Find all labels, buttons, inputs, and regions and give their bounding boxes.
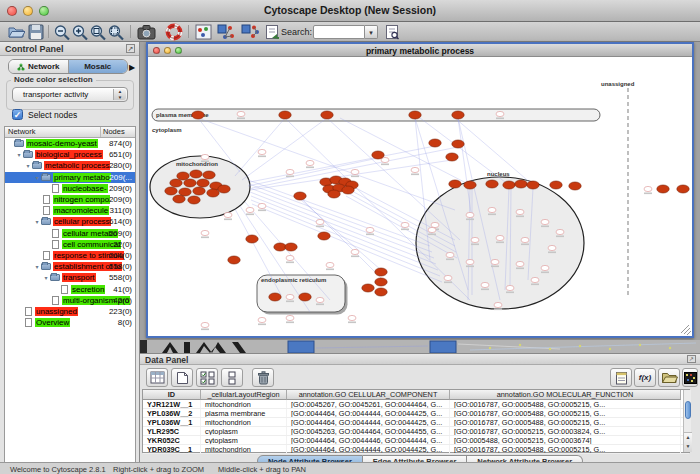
search-input[interactable] — [313, 25, 365, 39]
export-network-button[interactable] — [262, 23, 282, 41]
network-node-selected[interactable] — [193, 187, 205, 195]
network-node-selected[interactable] — [218, 185, 230, 193]
network-node-small[interactable] — [258, 149, 266, 154]
network-node-small[interactable] — [494, 302, 502, 307]
network-node-selected[interactable] — [179, 188, 191, 196]
network-tree-row[interactable]: ▾establishment of lo558(0) — [5, 261, 135, 272]
network-tree-row[interactable]: nitrogen compo209(0) — [5, 194, 135, 205]
table-row[interactable]: YLR295Ccytoplasm[GO:0045263, GO:0044464,… — [143, 427, 689, 436]
network-tree-row[interactable]: response to stimulu264(0) — [5, 250, 135, 261]
network-node-small[interactable] — [428, 227, 436, 232]
network-node-selected[interactable] — [294, 192, 306, 200]
network-node-small[interactable] — [224, 212, 232, 217]
network-node-selected[interactable] — [486, 180, 498, 188]
network-node-small[interactable] — [556, 229, 564, 234]
network-node-selected[interactable] — [184, 179, 196, 187]
network-node-small[interactable] — [516, 261, 524, 266]
network-tree-row[interactable]: unassigned223(0) — [5, 306, 135, 317]
network-node-selected[interactable] — [657, 185, 669, 193]
network-node-selected[interactable] — [342, 186, 354, 194]
network-node-small[interactable] — [531, 277, 539, 282]
search-options-button[interactable] — [382, 23, 402, 41]
network-node-selected[interactable] — [446, 153, 458, 161]
network-node-selected[interactable] — [515, 180, 527, 188]
network-tree-row[interactable]: multi-organism pro42(0) — [5, 295, 135, 306]
network-tree-row[interactable]: Overview8(0) — [5, 317, 135, 328]
network-tree-row[interactable]: cellular metabo209(0) — [5, 228, 135, 239]
background-window-titlebar[interactable] — [288, 341, 314, 353]
network-node-small[interactable] — [237, 111, 245, 116]
network-node-small[interactable] — [286, 169, 294, 174]
app-title-bar[interactable]: Cytoscape Desktop (New Session) — [0, 0, 700, 22]
network-node-small[interactable] — [201, 230, 209, 235]
network-node-selected[interactable] — [503, 181, 515, 189]
resize-grip-icon[interactable] — [681, 325, 689, 333]
network-node-selected[interactable] — [279, 111, 291, 119]
network-node-selected[interactable] — [170, 179, 182, 187]
network-node-small[interactable] — [516, 209, 524, 214]
network-node-small[interactable] — [201, 154, 209, 159]
scrollbar-arrows[interactable]: ▲▼ — [684, 432, 692, 452]
network-node-small[interactable] — [446, 252, 454, 257]
float-panel-icon[interactable]: ↗ — [126, 44, 135, 53]
expand-arrow-icon[interactable]: ▾ — [15, 151, 23, 158]
network-node-selected[interactable] — [550, 181, 562, 189]
network-node-selected[interactable] — [228, 256, 240, 264]
network-node-selected[interactable] — [429, 139, 441, 147]
network-node-selected[interactable] — [274, 243, 286, 251]
network-node-selected[interactable] — [375, 268, 387, 276]
network-node-selected[interactable] — [321, 111, 333, 119]
expand-arrow-icon[interactable]: ▾ — [33, 218, 41, 225]
network-tree-row[interactable]: secretion41(0) — [5, 283, 135, 294]
column-id[interactable]: ID — [143, 390, 201, 400]
expand-arrow-icon[interactable]: ▾ — [42, 274, 50, 281]
table-row[interactable]: YKR052Ccytoplasm[GO:0044464, GO:0044446,… — [143, 436, 689, 445]
network-node-small[interactable] — [258, 317, 266, 322]
layout-network-b-button[interactable] — [240, 23, 260, 41]
network-node-selected[interactable] — [372, 151, 384, 159]
network-node-small[interactable] — [644, 186, 652, 191]
network-node-small[interactable] — [466, 259, 474, 264]
snapshot-button[interactable] — [136, 23, 156, 41]
network-node-selected[interactable] — [449, 180, 461, 188]
network-node-small[interactable] — [541, 219, 549, 224]
layout-network-a-button[interactable] — [216, 23, 236, 41]
network-node-selected[interactable] — [299, 293, 311, 301]
network-tree-row[interactable]: cell communicat22(0) — [5, 239, 135, 250]
network-node-small[interactable] — [246, 207, 254, 212]
network-node-small[interactable] — [306, 160, 314, 165]
network-node-selected[interactable] — [188, 196, 200, 204]
attribute-matrix-button[interactable] — [682, 368, 698, 387]
network-node-selected[interactable] — [318, 232, 330, 240]
network-node-selected[interactable] — [375, 288, 387, 296]
background-window-titlebar[interactable] — [430, 341, 456, 353]
network-node-small[interactable] — [326, 262, 334, 267]
network-node-selected[interactable] — [285, 243, 297, 251]
network-node-selected[interactable] — [177, 172, 189, 180]
node-color-dropdown[interactable]: transporter activity ▲▼ — [12, 87, 128, 102]
network-node-selected[interactable] — [203, 171, 215, 179]
more-tabs-arrow-icon[interactable]: ▶ — [129, 63, 135, 72]
network-node-selected[interactable] — [207, 189, 219, 197]
network-node-small[interactable] — [481, 282, 489, 287]
expand-arrow-icon[interactable]: ▾ — [24, 162, 32, 169]
network-node-small[interactable] — [348, 315, 356, 320]
network-node-small[interactable] — [471, 237, 479, 242]
tree-column-nodes[interactable]: Nodes — [101, 127, 135, 137]
column-cellular-layout-region[interactable]: _cellularLayoutRegion — [201, 390, 287, 400]
network-node-selected[interactable] — [375, 278, 387, 286]
network-node-selected[interactable] — [527, 181, 539, 189]
tab-mosaic[interactable]: Mosaic — [69, 60, 128, 73]
network-node-small[interactable] — [444, 275, 452, 280]
network-view-window[interactable]: primary metabolic process plasma membran… — [146, 42, 694, 338]
table-row[interactable]: YPL036W__2plasma membrane[GO:0044464, GO… — [143, 409, 689, 418]
network-node-selected[interactable] — [190, 170, 202, 178]
network-window-titlebar[interactable]: primary metabolic process — [148, 44, 692, 57]
network-node-small[interactable] — [316, 297, 324, 302]
tree-column-network[interactable]: Network — [5, 127, 101, 137]
network-node-selected[interactable] — [409, 111, 421, 119]
select-attributes-button[interactable] — [146, 368, 168, 387]
import-attributes-button[interactable] — [658, 368, 680, 387]
scrollbar-thumb[interactable] — [685, 401, 691, 419]
network-node-small[interactable] — [286, 315, 294, 320]
